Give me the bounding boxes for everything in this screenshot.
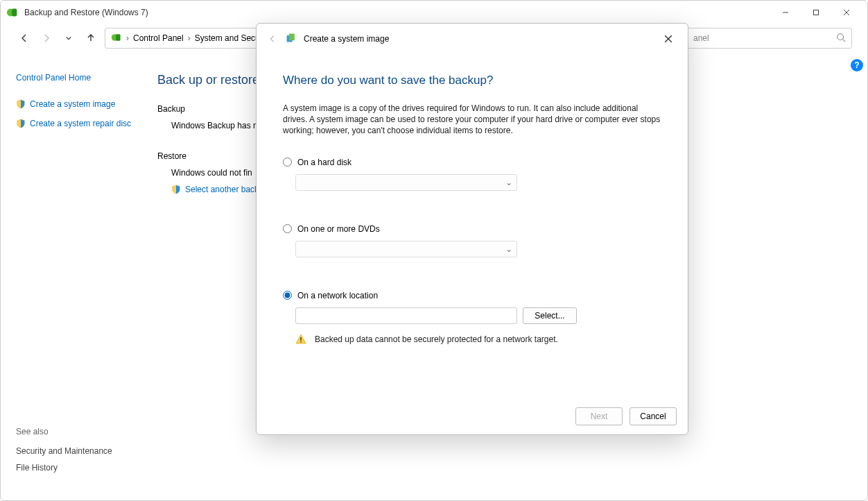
network-option-block: On a network location Select... Backed u…: [283, 291, 661, 345]
dialog-title: Create a system image: [304, 34, 389, 44]
dialog-footer: Next Cancel: [257, 398, 688, 434]
file-history-link[interactable]: File History: [16, 463, 144, 473]
dialog-back-button[interactable]: [266, 33, 279, 45]
link-label: Select another back: [185, 185, 259, 194]
recent-locations-button[interactable]: [60, 30, 77, 46]
sidebar-item-label: Create a system image: [30, 99, 115, 109]
next-button[interactable]: Next: [575, 407, 623, 425]
up-button[interactable]: [83, 30, 99, 46]
chevron-down-icon: ⌄: [505, 178, 512, 187]
dvd-option-block: On one or more DVDs ⌄: [283, 224, 661, 257]
sidebar-item-label: Create a system repair disc: [30, 119, 131, 128]
chevron-down-icon: ⌄: [505, 244, 512, 254]
window-title: Backup and Restore (Windows 7): [24, 8, 770, 17]
svg-point-8: [837, 33, 844, 40]
warning-text: Backed up data cannot be securely protec…: [315, 334, 558, 344]
dialog-icon: [286, 33, 297, 46]
search-box[interactable]: [686, 28, 852, 49]
dialog-description: A system image is a copy of the drives r…: [283, 103, 661, 137]
network-radio-input[interactable]: [283, 291, 292, 300]
radio-label: On one or more DVDs: [297, 224, 380, 234]
svg-rect-1: [12, 9, 17, 17]
hard-disk-option-block: On a hard disk ⌄: [283, 158, 661, 191]
shield-icon: [16, 99, 26, 109]
chevron-right-icon: ›: [188, 33, 191, 43]
radio-label: On a hard disk: [297, 158, 351, 167]
network-path-row: Select...: [295, 307, 661, 324]
breadcrumb-control-panel[interactable]: Control Panel: [133, 33, 184, 43]
security-maintenance-link[interactable]: Security and Maintenance: [16, 446, 144, 456]
forward-button[interactable]: [38, 30, 55, 46]
create-repair-disc-link[interactable]: Create a system repair disc: [16, 119, 144, 128]
dvd-radio-input[interactable]: [283, 224, 292, 233]
svg-rect-7: [116, 34, 120, 41]
hard-disk-radio-input[interactable]: [283, 158, 292, 167]
svg-rect-3: [814, 10, 819, 15]
chevron-right-icon: ›: [126, 33, 129, 43]
dialog-body: Where do you want to save the backup? A …: [257, 54, 688, 398]
back-button[interactable]: [16, 30, 33, 46]
close-button[interactable]: [831, 3, 862, 22]
control-panel-home-link[interactable]: Control Panel Home: [16, 73, 144, 83]
svg-rect-14: [300, 337, 301, 341]
shield-icon: [16, 119, 26, 128]
see-also-section: See also Security and Maintenance File H…: [16, 427, 144, 479]
control-panel-icon: [111, 32, 122, 45]
backup-restore-window: Backup and Restore (Windows 7) › Control…: [0, 0, 868, 501]
dialog-question: Where do you want to save the backup?: [283, 74, 661, 87]
network-warning: Backed up data cannot be securely protec…: [295, 334, 661, 345]
create-system-image-link[interactable]: Create a system image: [16, 99, 144, 109]
cancel-button[interactable]: Cancel: [630, 407, 677, 425]
svg-line-9: [843, 39, 846, 42]
maximize-button[interactable]: [801, 3, 831, 22]
search-input[interactable]: [692, 33, 836, 44]
create-system-image-dialog: Create a system image Where do you want …: [256, 23, 688, 435]
svg-rect-11: [289, 33, 295, 40]
radio-label: On a network location: [297, 291, 378, 300]
window-controls: [770, 3, 862, 22]
shield-icon: [171, 185, 181, 194]
hard-disk-combo[interactable]: ⌄: [295, 174, 517, 191]
minimize-button[interactable]: [770, 3, 801, 22]
svg-rect-15: [300, 341, 301, 343]
app-icon: [6, 6, 19, 19]
network-path-input[interactable]: [295, 307, 517, 324]
dialog-header: Create a system image: [257, 24, 688, 54]
breadcrumb-system-security[interactable]: System and Secu: [195, 33, 260, 43]
hard-disk-radio[interactable]: On a hard disk: [283, 158, 661, 167]
dvd-radio[interactable]: On one or more DVDs: [283, 224, 661, 234]
sidebar: Control Panel Home Create a system image…: [16, 52, 144, 500]
select-button[interactable]: Select...: [523, 307, 577, 324]
titlebar: Backup and Restore (Windows 7): [1, 1, 867, 24]
dvd-combo[interactable]: ⌄: [295, 241, 517, 257]
warning-icon: [295, 334, 306, 345]
see-also-heading: See also: [16, 427, 144, 436]
dialog-close-button[interactable]: [659, 29, 678, 49]
network-radio[interactable]: On a network location: [283, 291, 661, 300]
search-icon: [836, 33, 846, 44]
